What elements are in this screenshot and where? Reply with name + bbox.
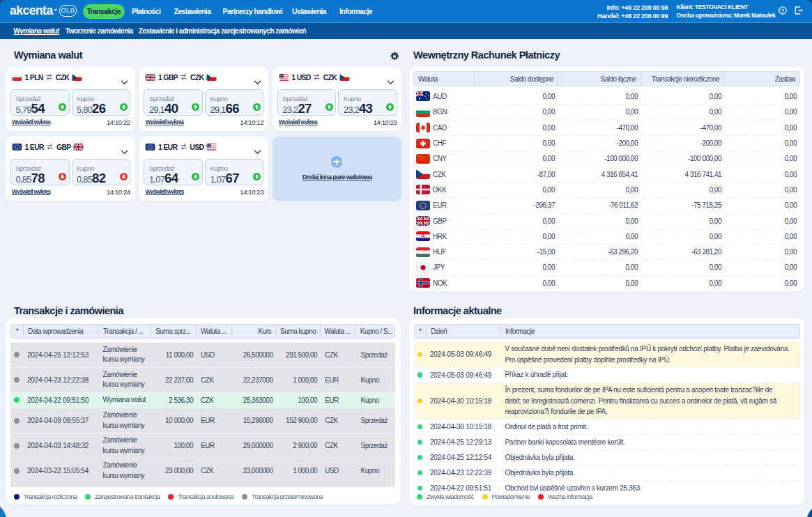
svg-text:?: ? — [781, 8, 784, 14]
